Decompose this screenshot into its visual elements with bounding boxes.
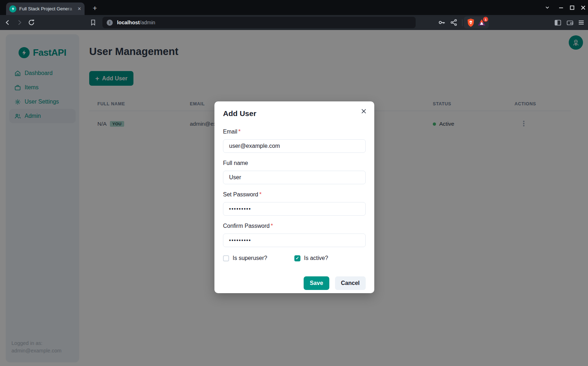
share-icon[interactable] — [450, 18, 458, 27]
full-name-label: Full name — [223, 160, 366, 166]
site-info-icon[interactable]: i — [107, 20, 113, 26]
tab-search-chevron-icon[interactable] — [543, 4, 551, 11]
required-mark: * — [238, 129, 240, 135]
bookmark-icon[interactable] — [89, 18, 97, 27]
menu-hamburger-icon[interactable] — [577, 18, 586, 27]
checkbox-icon[interactable] — [223, 255, 229, 261]
modal-title: Add User — [223, 109, 366, 118]
browser-tab[interactable]: Full Stack Project Genera ✕ — [6, 2, 85, 15]
full-name-field-group: Full name — [223, 160, 366, 184]
required-mark: * — [259, 191, 262, 197]
brave-shield-icon[interactable] — [467, 18, 475, 27]
new-tab-button[interactable]: + — [90, 3, 100, 13]
url-bar[interactable]: i localhost/admin — [102, 17, 416, 28]
tab-title: Full Stack Project Genera — [19, 6, 76, 12]
is-active-label: Is active? — [304, 255, 328, 261]
modal-footer: Save Cancel — [223, 276, 366, 290]
email-label: Email* — [223, 129, 366, 135]
toolbar-divider — [462, 19, 462, 26]
set-password-field[interactable] — [223, 202, 366, 216]
extensions-group: 1 — [464, 16, 489, 29]
add-user-modal: Add User Email* Full name Set Password* … — [214, 101, 374, 293]
email-field-group: Email* — [223, 129, 366, 153]
is-superuser-checkbox[interactable]: Is superuser? — [223, 255, 294, 261]
is-active-checkbox[interactable]: Is active? — [294, 255, 366, 261]
sidebar-toggle-icon[interactable] — [553, 18, 562, 27]
browser-toolbar: i localhost/admin 1 — [0, 15, 588, 30]
is-superuser-label: Is superuser? — [233, 255, 267, 261]
required-mark: * — [271, 223, 273, 229]
cancel-button[interactable]: Cancel — [335, 276, 366, 290]
wallet-icon[interactable] — [566, 18, 574, 27]
url-path: /admin — [140, 20, 156, 25]
full-name-field[interactable] — [223, 171, 366, 184]
checkbox-row: Is superuser? Is active? — [223, 255, 366, 261]
modal-close-icon[interactable] — [359, 106, 368, 116]
page-content: FastAPI Dashboard Items User Settings — [0, 30, 588, 366]
reload-button[interactable] — [27, 18, 36, 27]
rewards-notification-badge: 1 — [483, 17, 488, 22]
window-maximize-button[interactable] — [568, 4, 576, 11]
confirm-password-label: Confirm Password* — [223, 223, 366, 229]
url-text: localhost/admin — [117, 20, 155, 25]
forward-button[interactable] — [15, 18, 24, 27]
set-password-label: Set Password* — [223, 191, 366, 198]
fastapi-favicon-icon — [9, 5, 16, 12]
checkbox-icon[interactable] — [294, 255, 300, 261]
back-button[interactable] — [4, 18, 12, 27]
brave-rewards-icon[interactable]: 1 — [477, 18, 486, 27]
tab-close-icon[interactable]: ✕ — [77, 6, 81, 11]
browser-titlebar: Full Stack Project Genera ✕ + — [0, 0, 588, 15]
email-field[interactable] — [223, 139, 366, 153]
browser-window: Full Stack Project Genera ✕ + — [0, 0, 588, 366]
confirm-password-field-group: Confirm Password* — [223, 223, 366, 247]
window-minimize-button[interactable] — [557, 4, 565, 11]
password-key-icon[interactable] — [437, 18, 446, 27]
confirm-password-field[interactable] — [223, 234, 366, 247]
window-close-button[interactable] — [579, 4, 587, 11]
url-host: localhost — [117, 20, 140, 25]
save-button[interactable]: Save — [304, 276, 329, 290]
set-password-field-group: Set Password* — [223, 191, 366, 216]
